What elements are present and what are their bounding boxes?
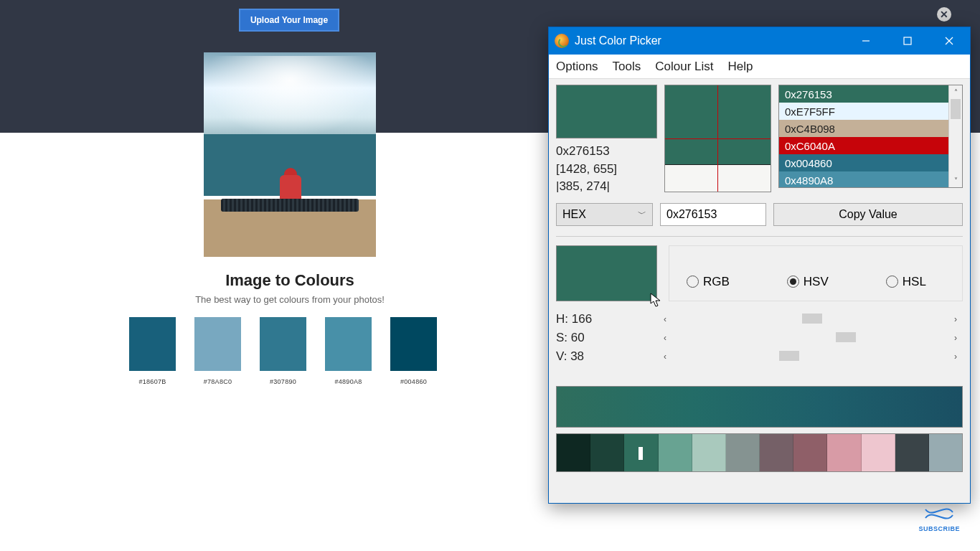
palette-cell[interactable] bbox=[557, 434, 590, 471]
radio-icon bbox=[687, 276, 699, 288]
magnifier-view bbox=[664, 85, 771, 192]
radio-hsv-label: HSV bbox=[804, 275, 829, 289]
slider-left-icon[interactable]: ‹ bbox=[664, 314, 672, 324]
swatch-color bbox=[194, 317, 241, 371]
gradient-bar[interactable] bbox=[556, 386, 963, 428]
swatch-color bbox=[325, 317, 372, 371]
scroll-up-icon[interactable]: ˄ bbox=[949, 85, 962, 99]
radio-hsl-label: HSL bbox=[903, 275, 926, 289]
window-minimize-button[interactable] bbox=[845, 27, 887, 55]
swatch-color bbox=[390, 317, 437, 371]
slider-left-icon[interactable]: ‹ bbox=[664, 352, 672, 362]
slider-right-icon[interactable]: › bbox=[954, 314, 963, 324]
maximize-icon bbox=[903, 36, 913, 46]
slider-right-icon[interactable]: › bbox=[954, 333, 963, 343]
history-item[interactable]: 0x276153 bbox=[779, 85, 948, 103]
palette-cell[interactable] bbox=[692, 434, 726, 471]
uploaded-photo bbox=[204, 52, 376, 257]
hex-value-input[interactable] bbox=[660, 203, 766, 226]
copy-value-button[interactable]: Copy Value bbox=[773, 203, 963, 226]
current-hex: 0x276153 bbox=[556, 143, 657, 161]
minimize-icon bbox=[861, 36, 871, 46]
palette-cell[interactable] bbox=[929, 434, 962, 471]
menu-bar: Options Tools Colour List Help bbox=[549, 55, 970, 79]
slider-s[interactable]: ‹› bbox=[664, 331, 963, 345]
slider-right-icon[interactable]: › bbox=[954, 352, 963, 362]
swatch-label: #307890 bbox=[260, 378, 306, 385]
scroll-thumb[interactable] bbox=[951, 99, 961, 119]
model-color-swatch bbox=[556, 245, 657, 301]
shade-palette bbox=[556, 433, 963, 472]
palette-cell[interactable] bbox=[726, 434, 760, 471]
upload-image-button[interactable]: Upload Your Image bbox=[239, 9, 339, 32]
format-select-value: HEX bbox=[562, 208, 586, 221]
palette-row: #18607B #78A8C0 #307890 #4890A8 #004860 bbox=[129, 317, 437, 385]
menu-options[interactable]: Options bbox=[556, 60, 598, 74]
menu-tools[interactable]: Tools bbox=[613, 60, 641, 74]
history-item[interactable]: 0x004860 bbox=[779, 154, 948, 171]
crosshair-horizontal bbox=[665, 138, 771, 139]
slider-s-label: S: 60 bbox=[556, 331, 656, 345]
slider-left-icon[interactable]: ‹ bbox=[664, 333, 672, 343]
history-item[interactable]: 0xE7F5FF bbox=[779, 103, 948, 120]
palette-cell[interactable] bbox=[624, 434, 658, 471]
copy-value-label: Copy Value bbox=[839, 208, 897, 221]
subscribe-badge[interactable]: SUBSCRIBE bbox=[918, 507, 960, 532]
radio-icon bbox=[886, 276, 898, 288]
swatch-label: #004860 bbox=[390, 378, 437, 385]
radio-hsl[interactable]: HSL bbox=[886, 275, 926, 289]
slider-v-label: V: 38 bbox=[556, 349, 656, 364]
mouse-cursor-icon bbox=[649, 292, 662, 308]
color-history: 0x2761530xE7F5FF0xC4B0980xC6040A0x004860… bbox=[778, 85, 963, 188]
swatch-color bbox=[260, 317, 306, 371]
close-icon: ✕ bbox=[940, 9, 948, 20]
menu-help[interactable]: Help bbox=[728, 60, 753, 74]
palette-cell[interactable] bbox=[827, 434, 861, 471]
palette-cell[interactable] bbox=[895, 434, 929, 471]
palette-swatch[interactable]: #18607B bbox=[129, 317, 176, 385]
swatch-label: #78A8C0 bbox=[194, 378, 241, 385]
history-item[interactable]: 0xC6040A bbox=[779, 137, 948, 154]
palette-swatch[interactable]: #4890A8 bbox=[325, 317, 372, 385]
window-title: Just Color Picker bbox=[575, 34, 661, 47]
palette-swatch[interactable]: #004860 bbox=[390, 317, 437, 385]
window-close-button[interactable] bbox=[928, 27, 970, 55]
radio-icon bbox=[787, 276, 799, 288]
slider-thumb[interactable] bbox=[779, 351, 799, 361]
swatch-label: #4890A8 bbox=[325, 378, 372, 385]
page-title: Image to Colours bbox=[0, 271, 580, 290]
palette-cell[interactable] bbox=[590, 434, 624, 471]
format-select[interactable]: HEX ﹀ bbox=[556, 203, 653, 226]
svg-rect-1 bbox=[904, 37, 911, 44]
slider-thumb[interactable] bbox=[802, 314, 822, 324]
palette-swatch[interactable]: #78A8C0 bbox=[194, 317, 241, 385]
palette-cell[interactable] bbox=[659, 434, 692, 471]
palette-cell[interactable] bbox=[793, 434, 827, 471]
menu-colour-list[interactable]: Colour List bbox=[655, 60, 713, 74]
palette-cell[interactable] bbox=[862, 434, 895, 471]
swatch-color bbox=[129, 317, 176, 371]
palette-swatch[interactable]: #307890 bbox=[260, 317, 306, 385]
radio-rgb[interactable]: RGB bbox=[687, 275, 730, 289]
scroll-down-icon[interactable]: ˅ bbox=[949, 174, 962, 187]
slider-v[interactable]: ‹› bbox=[664, 349, 963, 364]
radio-hsv[interactable]: HSV bbox=[787, 275, 829, 289]
app-icon bbox=[555, 34, 569, 48]
history-item[interactable]: 0x4890A8 bbox=[779, 171, 948, 187]
current-color-info: 0x276153 [1428, 655] |385, 274| bbox=[556, 143, 657, 196]
slider-h[interactable]: ‹› bbox=[664, 312, 963, 326]
current-coords-global: [1428, 655] bbox=[556, 161, 657, 179]
window-maximize-button[interactable] bbox=[887, 27, 928, 55]
history-scrollbar[interactable]: ˄ ˅ bbox=[948, 85, 962, 187]
history-item[interactable]: 0xC4B098 bbox=[779, 120, 948, 137]
upload-image-label: Upload Your Image bbox=[250, 15, 328, 25]
page-subtitle: The best way to get colours from your ph… bbox=[0, 294, 580, 305]
window-titlebar[interactable]: Just Color Picker bbox=[549, 27, 970, 55]
page-close-button[interactable]: ✕ bbox=[937, 7, 951, 22]
palette-cell[interactable] bbox=[760, 434, 793, 471]
color-model-group: RGB HSV HSL bbox=[669, 245, 963, 301]
slider-thumb[interactable] bbox=[836, 332, 856, 342]
radio-rgb-label: RGB bbox=[703, 275, 730, 289]
dna-icon bbox=[924, 507, 954, 524]
current-color-swatch bbox=[556, 85, 657, 138]
